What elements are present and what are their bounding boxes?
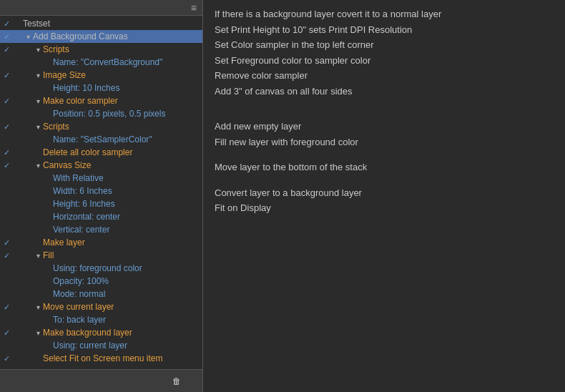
tree-row[interactable]: ✓ ▾ Add Background Canvas (0, 30, 202, 43)
tree-row[interactable]: ✓ ▾ Canvas Size (0, 159, 202, 172)
tree-row-check: ✓ (0, 19, 13, 29)
desc-item: Fit on Display (215, 201, 554, 215)
tree-row[interactable]: Horizontal: center (0, 210, 202, 223)
play-button[interactable] (93, 373, 109, 389)
tree-row-check: ✓ (0, 45, 13, 54)
tree-row-label: Scripts (43, 44, 200, 54)
tree-row-label: With Relative (53, 173, 200, 183)
desc-spacer (215, 109, 554, 119)
panel-header: ≡ (0, 0, 202, 16)
tree-row-label: Height: 10 Inches (53, 83, 200, 93)
tree-row-label: Add Background Canvas (33, 31, 200, 41)
desc-item: Fill new layer with foreground color (215, 135, 554, 150)
tree-row-check: ✓ (0, 122, 13, 132)
tree-row[interactable]: ✓ ▾ Scripts (0, 43, 202, 56)
tree-row-label: Testset (23, 19, 200, 29)
tree-row-expand[interactable]: ▾ (33, 123, 43, 131)
desc-item: Add new empty layer (215, 119, 554, 134)
tree-row-expand[interactable]: ▾ (33, 162, 43, 170)
tree-row-expand[interactable]: ▾ (33, 252, 43, 260)
tree-row-label: Height: 6 Inches (53, 199, 200, 209)
tree-row-label: Select Fit on Screen menu item (43, 353, 200, 363)
tree-row-label: Mode: normal (53, 289, 200, 299)
panel-menu-icon[interactable]: ≡ (191, 3, 197, 13)
desc-spacer (215, 176, 554, 186)
tree-row-expand[interactable]: ▾ (33, 46, 43, 54)
tree-row-expand[interactable]: ▾ (33, 72, 43, 79)
tree-row-label: Make background layer (43, 328, 200, 338)
desc-item: Set Foreground color to sampler color (215, 54, 554, 68)
tree-row[interactable]: ✓ ▾ Make color sampler (0, 94, 202, 107)
tree-row-label: Name: "SetSamplerColor" (53, 134, 200, 144)
tree-row-check: ✓ (0, 328, 13, 338)
tree-row-check: ✓ (0, 148, 13, 157)
tree-row-label: Vertical: center (53, 225, 200, 235)
tree-row-check: ✓ (0, 161, 13, 170)
tree-row[interactable]: ✓ Make layer (0, 236, 202, 249)
tree-row-expand[interactable]: ▾ (33, 97, 43, 105)
desc-item: Add 3" of canvas on all four sides (215, 84, 554, 99)
tree-row[interactable]: Width: 6 Inches (0, 185, 202, 197)
tree-row[interactable]: ✓ Testset (0, 17, 202, 30)
tree-row-label: Fill (43, 250, 200, 260)
desc-item: Convert layer to a background layer (215, 186, 554, 200)
tree-row-expand[interactable]: ▾ (33, 329, 43, 337)
tree-row-label: Using: current layer (53, 340, 200, 351)
tree-row-label: Scripts (43, 122, 200, 132)
desc-spacer (215, 150, 554, 160)
tree-row-expand[interactable]: ▾ (23, 33, 33, 41)
tree-row-label: Delete all color sampler (43, 147, 200, 157)
tree-row[interactable]: ✓ ▾ Fill (0, 249, 202, 262)
stop-button[interactable] (18, 373, 34, 389)
tree-row-check: ✓ (0, 251, 13, 260)
actions-tree: ✓ Testset ✓ ▾ Add Background Canvas ✓ ▾ … (0, 16, 202, 369)
tree-row-label: Move current layer (43, 302, 200, 312)
tree-row[interactable]: Using: foreground color (0, 262, 202, 275)
tree-row[interactable]: Name: "ConvertBackground" (0, 56, 202, 69)
tree-row[interactable]: Using: current layer (0, 339, 202, 352)
tree-row[interactable]: Height: 10 Inches (0, 82, 202, 94)
tree-row[interactable]: Mode: normal (0, 288, 202, 300)
tree-row[interactable]: ✓ ▾ Image Size (0, 69, 202, 82)
tree-row-label: To: back layer (53, 315, 200, 325)
tree-row[interactable]: Position: 0.5 pixels, 0.5 pixels (0, 107, 202, 120)
tree-row-check: ✓ (0, 238, 13, 248)
desc-item: Set Color sampler in the top left corner (215, 38, 554, 52)
tree-row[interactable]: To: back layer (0, 313, 202, 326)
tree-row[interactable]: ✓ ▾ Make background layer (0, 326, 202, 339)
tree-row[interactable]: Height: 6 Inches (0, 197, 202, 210)
tree-row-label: Horizontal: center (53, 212, 200, 222)
tree-row-label: Make layer (43, 237, 200, 248)
tree-row-label: Width: 6 Inches (53, 186, 200, 196)
tree-row-label: Opacity: 100% (53, 276, 200, 286)
descriptions-panel: If there is a background layer covert it… (203, 0, 565, 392)
desc-item: If there is a background layer covert it… (215, 7, 554, 21)
desc-spacer (215, 99, 554, 109)
tree-row-check: ✓ (0, 354, 13, 363)
tree-row[interactable]: ✓ ▾ Move current layer (0, 300, 202, 313)
tree-row[interactable]: ✓ ▾ Scripts (0, 120, 202, 133)
tree-row-expand[interactable]: ▾ (33, 303, 43, 311)
tree-row[interactable]: Name: "SetSamplerColor" (0, 133, 202, 146)
tree-row-label: Name: "ConvertBackground" (53, 57, 200, 67)
desc-item: Remove color sampler (215, 69, 554, 83)
tree-row-check: ✓ (0, 97, 13, 106)
actions-toolbar: 🗑 (0, 369, 202, 392)
actions-panel: ≡ ✓ Testset ✓ ▾ Add Background Canvas ✓ … (0, 0, 203, 392)
tree-row[interactable]: ✓ Select Fit on Screen menu item (0, 352, 202, 365)
tree-row[interactable]: Vertical: center (0, 223, 202, 236)
tree-row[interactable]: Opacity: 100% (0, 275, 202, 288)
add-action-button[interactable] (131, 373, 147, 389)
tree-row-check: ✓ (0, 32, 13, 41)
tree-row-label: Make color sampler (43, 96, 200, 106)
desc-item: Set Print Height to 10" sets Print DPI R… (215, 23, 554, 37)
delete-button[interactable]: 🗑 (169, 373, 185, 389)
record-button[interactable] (56, 373, 72, 389)
tree-row[interactable]: With Relative (0, 172, 202, 185)
tree-row-check: ✓ (0, 303, 13, 312)
tree-row[interactable]: ✓ Delete all color sampler (0, 146, 202, 159)
tree-row-label: Image Size (43, 70, 200, 80)
tree-row-label: Position: 0.5 pixels, 0.5 pixels (53, 109, 200, 119)
tree-row-label: Canvas Size (43, 160, 200, 170)
tree-row-label: Using: foreground color (53, 263, 200, 273)
